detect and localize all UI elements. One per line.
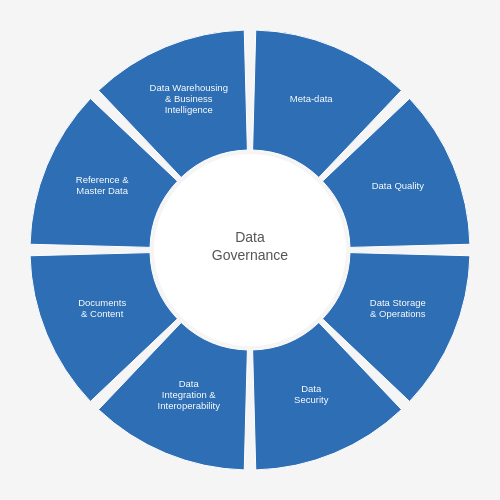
- segment-label-5: Documents& Content: [78, 297, 126, 319]
- diagram-container: DataArchitectureDataModeling& DesignData…: [20, 20, 480, 480]
- segment-label-6: Reference &Master Data: [76, 174, 129, 196]
- segment-label-9: Data Quality: [372, 180, 425, 191]
- segment-label-2: Data Storage& Operations: [370, 297, 426, 319]
- segment-label-8: Meta-data: [290, 93, 333, 104]
